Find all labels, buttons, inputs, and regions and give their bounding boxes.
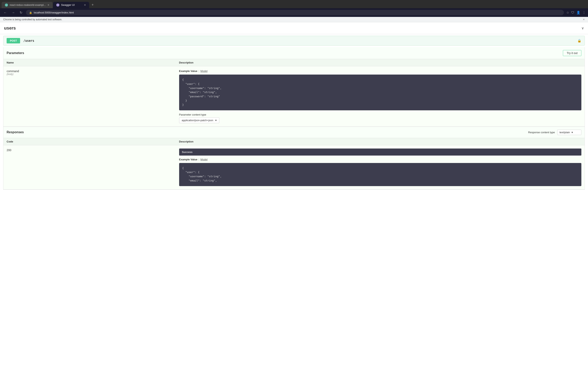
tab-bar: cy react-redux-realworld-exampl... ✕ sw … bbox=[0, 0, 588, 8]
response-content-type-chevron: ▾ bbox=[572, 131, 573, 134]
responses-title: Responses bbox=[7, 131, 24, 134]
response-content-type-select[interactable]: text/plain ▾ bbox=[557, 130, 581, 135]
refresh-button[interactable]: ↻ bbox=[19, 10, 23, 15]
example-value-tab[interactable]: Example Value bbox=[179, 69, 197, 73]
params-table: Name Description command (body) Example … bbox=[3, 59, 585, 127]
response-content-type-value: text/plain bbox=[559, 131, 570, 134]
page-content: users ∨ POST /users 🔒 Parameters Try it … bbox=[0, 22, 588, 371]
content-type-section: Parameter content type application/json-… bbox=[179, 113, 581, 123]
responses-section: Responses Response content type text/pla… bbox=[3, 127, 585, 190]
address-actions: ☆ 🛡 👤 ⋮ bbox=[566, 11, 586, 14]
account-icon[interactable]: 👤 bbox=[576, 11, 580, 14]
response-content-type-label: Response content type bbox=[528, 131, 555, 134]
section-chevron-icon[interactable]: ∨ bbox=[581, 26, 584, 30]
name-col-header: Name bbox=[7, 61, 179, 64]
responses-table-header: Code Description bbox=[3, 138, 585, 145]
response-content-type-group: Response content type text/plain ▾ bbox=[528, 130, 581, 135]
example-value-tabs: Example Value | Model bbox=[179, 69, 581, 73]
address-bar: ← → ↻ 🔒 localhost:5000/swagger/index.htm… bbox=[0, 8, 588, 17]
automation-bar: Chrome is being controlled by automated … bbox=[0, 17, 588, 22]
url-lock-icon: 🔒 bbox=[29, 11, 32, 14]
content-type-label: Parameter content type bbox=[179, 113, 581, 116]
param-code-block: { "user": { "username": "string", "email… bbox=[179, 75, 581, 110]
content-type-chevron: ▾ bbox=[215, 119, 217, 122]
param-type: (body) bbox=[7, 73, 179, 76]
content-type-value: application/json-patch+json bbox=[182, 119, 213, 122]
responses-header: Responses Response content type text/pla… bbox=[3, 127, 585, 138]
model-tab[interactable]: Model bbox=[200, 69, 208, 73]
browser-chrome: cy react-redux-realworld-exampl... ✕ sw … bbox=[0, 0, 588, 22]
star-icon[interactable]: ☆ bbox=[566, 11, 569, 14]
response-code-block: { "user": { "username": "string", "email… bbox=[179, 163, 581, 186]
automation-close[interactable]: ✕ bbox=[583, 18, 585, 21]
endpoint-path: /users bbox=[23, 39, 34, 43]
code-col-header: Code bbox=[7, 140, 179, 143]
param-row: command (body) Example Value | Model { "… bbox=[3, 66, 585, 127]
response-200-code: 200 bbox=[7, 149, 179, 152]
url-bar[interactable]: 🔒 localhost:5000/swagger/index.html bbox=[26, 10, 564, 15]
content-type-select[interactable]: application/json-patch+json ▾ bbox=[179, 117, 219, 123]
success-badge: Success bbox=[179, 149, 581, 155]
method-badge: POST bbox=[7, 38, 20, 44]
response-desc-col-header: Description bbox=[179, 140, 581, 143]
responses-table: Code Description 200 Success Example Val… bbox=[3, 138, 585, 189]
try-it-out-button[interactable]: Try it out bbox=[563, 50, 581, 56]
swagger-tab-label: Swagger UI bbox=[61, 3, 75, 6]
desc-col-header: Description bbox=[179, 61, 581, 64]
param-name-cell: command (body) bbox=[7, 69, 179, 76]
swagger-tab-close[interactable]: ✕ bbox=[84, 4, 86, 6]
forward-button[interactable]: → bbox=[10, 10, 16, 15]
params-table-header: Name Description bbox=[3, 59, 585, 66]
section-header: users ∨ bbox=[0, 22, 588, 34]
section-title: users bbox=[4, 25, 16, 31]
url-text: localhost:5000/swagger/index.html bbox=[34, 11, 74, 14]
tab-cypress[interactable]: cy react-redux-realworld-exampl... ✕ bbox=[2, 2, 52, 8]
cypress-tab-icon: cy bbox=[5, 3, 8, 7]
endpoint-row[interactable]: POST /users 🔒 bbox=[3, 36, 585, 46]
tab-swagger[interactable]: sw Swagger UI ✕ bbox=[53, 2, 89, 8]
automation-message: Chrome is being controlled by automated … bbox=[3, 18, 62, 21]
endpoint-lock-icon: 🔒 bbox=[577, 39, 581, 43]
response-model-tab[interactable]: Model bbox=[200, 158, 208, 161]
parameters-title: Parameters bbox=[7, 51, 24, 55]
response-example-value-tab[interactable]: Example Value bbox=[179, 158, 197, 161]
parameters-header: Parameters Try it out bbox=[3, 47, 585, 59]
new-tab-button[interactable]: + bbox=[90, 2, 96, 8]
menu-icon[interactable]: ⋮ bbox=[582, 11, 586, 14]
back-button[interactable]: ← bbox=[2, 10, 8, 15]
response-200-desc: Success Example Value | Model { "user": … bbox=[179, 149, 581, 186]
response-example-tabs: Example Value | Model bbox=[179, 158, 581, 161]
parameters-section: Parameters Try it out Name Description c… bbox=[3, 47, 585, 127]
response-200-row: 200 Success Example Value | Model { "use… bbox=[3, 145, 585, 189]
swagger-tab-icon: sw bbox=[56, 3, 59, 7]
param-description-cell: Example Value | Model { "user": { "usern… bbox=[179, 69, 581, 123]
shield-icon[interactable]: 🛡 bbox=[571, 11, 574, 14]
cypress-tab-label: react-redux-realworld-exampl... bbox=[10, 3, 46, 6]
param-name: command bbox=[7, 69, 179, 73]
cypress-tab-close[interactable]: ✕ bbox=[47, 4, 49, 6]
